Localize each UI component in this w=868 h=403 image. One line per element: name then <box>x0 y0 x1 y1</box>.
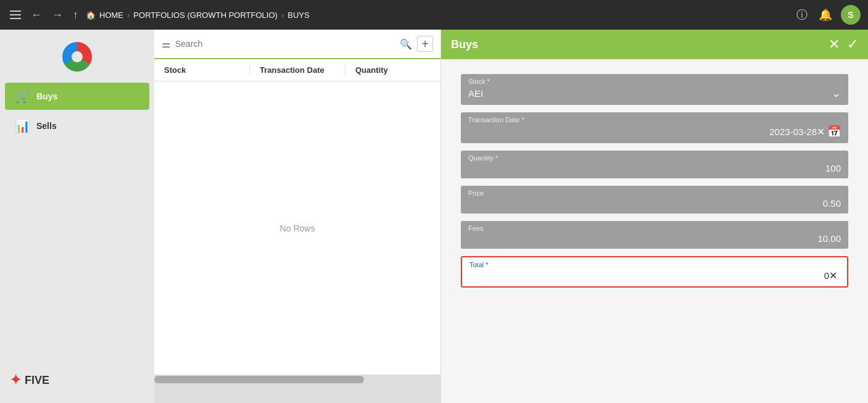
total-label: Total * <box>469 261 840 268</box>
table-footer <box>154 384 440 403</box>
empty-message: No Rows <box>280 223 315 233</box>
total-field: Total * 0 ✕ <box>461 256 848 288</box>
fees-row: 10.00 <box>468 233 841 244</box>
scroll-bar[interactable] <box>154 375 440 384</box>
fees-label: Fees <box>468 225 841 232</box>
quantity-value: 100 <box>468 163 841 173</box>
transaction-date-row: 2023-03-28 ✕ 📅 <box>468 125 841 138</box>
stock-value: AEI <box>468 88 832 99</box>
up-button[interactable]: ↑ <box>70 6 81 24</box>
total-row: 0 ✕ <box>469 270 840 281</box>
price-value: 0.50 <box>468 198 841 209</box>
five-logo: ✦ FIVE <box>0 365 154 396</box>
price-field: Price 0.50 <box>461 186 848 214</box>
fees-value: 10.00 <box>468 233 841 244</box>
five-logo-icon: ✦ <box>10 372 21 388</box>
portfolio-label[interactable]: PORTFOLIOS (GROWTH PORTFOLIO) <box>133 10 278 20</box>
stock-field: Stock * AEI ⌄ <box>461 74 848 105</box>
app-logo <box>62 42 92 72</box>
breadcrumb: 🏠 HOME › PORTFOLIOS (GROWTH PORTFOLIO) ›… <box>86 10 310 20</box>
content-area: ⚌ 🔍 + Stock Transaction Date Quantity No… <box>154 30 868 403</box>
sidebar-label-buys: Buys <box>36 91 57 101</box>
col-quantity: Quantity <box>345 65 440 75</box>
fees-field: Fees 10.00 <box>461 221 848 249</box>
home-icon: 🏠 <box>86 10 96 20</box>
total-value: 0 <box>469 270 829 281</box>
stock-row: AEI ⌄ <box>468 86 841 100</box>
form-title: Buys <box>451 38 829 51</box>
home-label[interactable]: HOME <box>99 10 123 20</box>
stock-label: Stock * <box>468 78 841 85</box>
list-panel: ⚌ 🔍 + Stock Transaction Date Quantity No… <box>154 30 441 403</box>
filter-icon[interactable]: ⚌ <box>162 38 170 50</box>
search-input[interactable] <box>175 39 395 49</box>
quantity-field: Quantity * 100 <box>461 151 848 178</box>
price-label: Price <box>468 189 841 197</box>
transaction-date-field: Transaction Date * 2023-03-28 ✕ 📅 <box>461 112 848 143</box>
form-panel: Buys ✕ ✓ Stock * AEI ⌄ Transaction <box>441 30 868 403</box>
form-header: Buys ✕ ✓ <box>441 30 868 59</box>
col-transaction-date: Transaction Date <box>250 65 345 75</box>
sidebar-item-sells[interactable]: 📊 Sells <box>5 112 149 139</box>
breadcrumb-sep-2: › <box>281 10 284 20</box>
transaction-date-clear-button[interactable]: ✕ <box>817 126 825 138</box>
stock-dropdown-button[interactable]: ⌄ <box>832 86 841 100</box>
price-row: 0.50 <box>468 198 841 209</box>
scroll-thumb[interactable] <box>154 376 364 383</box>
breadcrumb-sep-1: › <box>127 10 130 20</box>
transaction-date-label: Transaction Date * <box>468 116 841 123</box>
total-clear-button[interactable]: ✕ <box>829 270 837 281</box>
logo-area <box>0 37 154 81</box>
buys-icon: 🛒 <box>15 89 30 104</box>
search-icon[interactable]: 🔍 <box>400 38 412 50</box>
form-close-button[interactable]: ✕ <box>829 36 840 52</box>
bell-icon[interactable]: 🔔 <box>816 6 835 24</box>
forward-button[interactable]: → <box>49 6 65 24</box>
sells-icon: 📊 <box>15 118 30 133</box>
avatar[interactable]: S <box>841 5 861 25</box>
table-body: No Rows <box>154 81 440 375</box>
navbar-right: ⓘ 🔔 S <box>794 5 861 25</box>
form-body: Stock * AEI ⌄ Transaction Date * 2023-03… <box>441 59 868 403</box>
main-layout: 🛒 Buys 📊 Sells ✦ FIVE ⚌ 🔍 + Stock Transa… <box>0 30 868 403</box>
navbar: ← → ↑ 🏠 HOME › PORTFOLIOS (GROWTH PORTFO… <box>0 0 868 30</box>
col-stock: Stock <box>154 65 250 75</box>
menu-icon[interactable] <box>7 8 23 22</box>
transaction-date-calendar-button[interactable]: 📅 <box>827 125 841 138</box>
transaction-date-value: 2023-03-28 <box>468 127 817 137</box>
sidebar-label-sells: Sells <box>36 121 57 131</box>
sidebar: 🛒 Buys 📊 Sells ✦ FIVE <box>0 30 154 403</box>
form-confirm-button[interactable]: ✓ <box>847 36 858 52</box>
help-icon[interactable]: ⓘ <box>794 5 810 25</box>
list-toolbar: ⚌ 🔍 + <box>154 30 440 59</box>
back-button[interactable]: ← <box>28 6 44 24</box>
sidebar-item-buys[interactable]: 🛒 Buys <box>5 83 149 110</box>
current-page-label: BUYS <box>287 10 309 20</box>
add-button[interactable]: + <box>417 36 433 52</box>
quantity-label: Quantity * <box>468 154 841 162</box>
five-logo-text: FIVE <box>25 374 49 387</box>
form-header-actions: ✕ ✓ <box>829 36 858 52</box>
quantity-row: 100 <box>468 163 841 173</box>
table-header: Stock Transaction Date Quantity <box>154 59 440 81</box>
